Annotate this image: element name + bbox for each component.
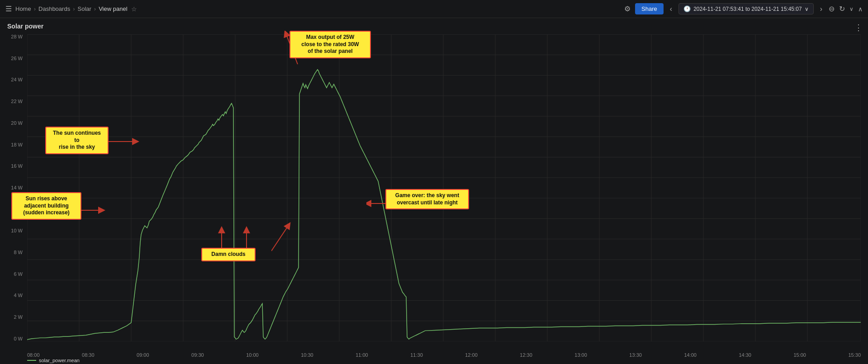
breadcrumb: Home › Dashboards › Solar › View panel	[15, 5, 128, 12]
panel: Solar power ⋮ 28 W 26 W 24 W 22 W 20 W 1…	[0, 18, 868, 364]
y-label-28: 28 W	[11, 34, 23, 39]
annotation-arrow-2	[108, 135, 139, 148]
x-label-0800: 08:00	[27, 352, 40, 358]
menu-icon[interactable]: ☰	[5, 5, 12, 13]
x-label-1130: 11:30	[410, 352, 423, 358]
panel-menu-icon[interactable]: ⋮	[854, 23, 863, 33]
header: ☰ Home › Dashboards › Solar › View panel…	[0, 0, 868, 18]
breadcrumb-viewpanel: View panel	[99, 5, 127, 12]
breadcrumb-solar[interactable]: Solar	[77, 5, 91, 12]
y-label-14: 14 W	[11, 185, 23, 190]
legend-label: solar_power.mean	[39, 358, 80, 363]
breadcrumb-sep2: ›	[73, 5, 75, 12]
annotation-sun-building: Sun rises aboveadjacent building(sudden …	[11, 192, 81, 220]
x-label-1100: 11:00	[356, 352, 368, 358]
y-label-20: 20 W	[11, 121, 23, 126]
panel-title: Solar power	[7, 23, 43, 30]
annotation-clouds: Damn clouds	[201, 248, 256, 261]
x-label-1400: 14:00	[684, 352, 697, 358]
header-left: ☰ Home › Dashboards › Solar › View panel…	[5, 5, 621, 13]
x-label-1230: 12:30	[520, 352, 532, 358]
x-label-1500: 15:00	[793, 352, 806, 358]
y-label-6: 6 W	[14, 272, 23, 277]
header-right: ⚙ Share ‹ 🕐 2024-11-21 07:53:41 to 2024-…	[624, 3, 863, 14]
breadcrumb-sep3: ›	[94, 5, 96, 12]
annotation-arrow-5	[366, 199, 388, 208]
annotation-arrow-4c	[271, 222, 294, 253]
x-label-0830: 08:30	[82, 352, 95, 358]
chart-svg	[27, 34, 861, 341]
y-axis: 28 W 26 W 24 W 22 W 20 W 18 W 16 W 14 W …	[0, 34, 26, 341]
zoom-out-icon[interactable]: ⊖	[829, 5, 835, 13]
breadcrumb-home[interactable]: Home	[15, 5, 31, 12]
refresh-icon[interactable]: ↻	[839, 5, 845, 13]
share-button[interactable]: Share	[635, 3, 664, 14]
x-label-1200: 12:00	[465, 352, 478, 358]
time-range-picker[interactable]: 🕐 2024-11-21 07:53:41 to 2024-11-21 15:4…	[678, 3, 814, 14]
breadcrumb-dashboards[interactable]: Dashboards	[38, 5, 70, 12]
x-label-1530: 15:30	[848, 352, 861, 358]
y-label-10: 10 W	[11, 228, 23, 233]
y-label-18: 18 W	[11, 142, 23, 147]
y-label-16: 16 W	[11, 164, 23, 169]
x-label-1300: 13:00	[574, 352, 587, 358]
time-range-text: 2024-11-21 07:53:41 to 2024-11-21 15:45:…	[693, 6, 802, 12]
x-axis: 08:00 08:30 09:00 09:30 10:00 10:30 11:0…	[27, 352, 861, 358]
favorite-icon[interactable]: ☆	[131, 5, 137, 13]
legend-line-color	[27, 360, 36, 361]
x-label-1000: 10:00	[246, 352, 259, 358]
legend: solar_power.mean	[27, 358, 80, 363]
x-label-1330: 13:30	[629, 352, 642, 358]
time-nav-prev[interactable]: ‹	[668, 5, 674, 13]
x-label-1030: 10:30	[301, 352, 313, 358]
y-label-4: 4 W	[14, 293, 23, 298]
annotation-arrow-3	[81, 206, 105, 215]
clock-icon: 🕐	[683, 5, 691, 12]
x-label-1430: 14:30	[739, 352, 751, 358]
time-range-chevron: ∨	[805, 6, 809, 12]
annotation-arrow-4b	[240, 226, 253, 251]
breadcrumb-sep1: ›	[34, 5, 36, 12]
y-label-22: 22 W	[11, 99, 23, 104]
y-label-26: 26 W	[11, 56, 23, 61]
x-label-0930: 09:30	[191, 352, 204, 358]
y-label-0: 0 W	[14, 336, 23, 341]
x-label-0900: 09:00	[137, 352, 149, 358]
annotation-max-output: Max output of 25Wclose to the rated 30Wo…	[289, 31, 371, 58]
y-label-24: 24 W	[11, 77, 23, 82]
annotation-arrow-4a	[215, 226, 228, 251]
svg-line-39	[271, 225, 289, 251]
y-label-2: 2 W	[14, 315, 23, 320]
y-label-8: 8 W	[14, 250, 23, 255]
time-nav-next[interactable]: ›	[818, 5, 824, 13]
refresh-chevron[interactable]: ∨	[849, 6, 854, 12]
settings-icon[interactable]: ⚙	[624, 5, 631, 13]
chart-area	[27, 34, 861, 341]
annotation-game-over: Game over: the sky wentovercast until la…	[385, 189, 469, 209]
collapse-icon[interactable]: ∧	[858, 5, 863, 13]
annotation-sun-rise: The sun continues torise in the sky	[45, 127, 109, 154]
